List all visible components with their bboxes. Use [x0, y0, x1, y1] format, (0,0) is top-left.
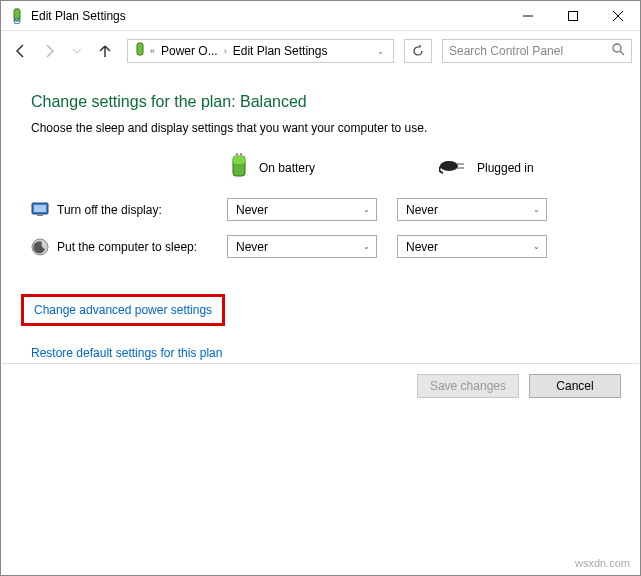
window-controls — [505, 1, 640, 30]
svg-rect-2 — [18, 8, 19, 10]
watermark: wsxdn.com — [575, 557, 630, 569]
chevron-down-icon: ⌄ — [533, 205, 540, 214]
save-button: Save changes — [417, 374, 519, 398]
plug-icon — [439, 157, 467, 178]
page-subheading: Choose the sleep and display settings th… — [31, 121, 610, 135]
page-heading: Change settings for the plan: Balanced — [31, 93, 610, 111]
app-icon — [9, 8, 25, 24]
svg-rect-13 — [236, 153, 238, 156]
chevron-right-icon: › — [224, 46, 227, 56]
restore-defaults-link[interactable]: Restore default settings for this plan — [31, 346, 610, 360]
content-area: Change settings for the plan: Balanced C… — [1, 71, 640, 360]
chevron-down-icon: ⌄ — [363, 242, 370, 251]
search-box[interactable] — [442, 39, 632, 63]
refresh-button[interactable] — [404, 39, 432, 63]
links-section: Change advanced power settings Restore d… — [31, 294, 610, 360]
display-battery-select[interactable]: Never ⌄ — [227, 198, 377, 221]
sleep-battery-select[interactable]: Never ⌄ — [227, 235, 377, 258]
cancel-button[interactable]: Cancel — [529, 374, 621, 398]
sleep-label: Put the computer to sleep: — [57, 240, 227, 254]
recent-dropdown[interactable] — [65, 39, 89, 63]
forward-button[interactable] — [37, 39, 61, 63]
breadcrumb-item[interactable]: Edit Plan Settings — [229, 44, 332, 58]
chevron-icon: « — [150, 46, 155, 56]
maximize-button[interactable] — [550, 1, 595, 30]
breadcrumb-dropdown-icon[interactable]: ⌄ — [371, 47, 389, 56]
svg-rect-12 — [233, 156, 245, 164]
plugged-in-header: Plugged in — [439, 153, 589, 182]
svg-rect-5 — [568, 11, 577, 20]
back-button[interactable] — [9, 39, 33, 63]
sleep-row: Put the computer to sleep: Never ⌄ Never… — [31, 235, 610, 258]
advanced-settings-link[interactable]: Change advanced power settings — [34, 303, 212, 317]
chevron-down-icon: ⌄ — [533, 242, 540, 251]
up-button[interactable] — [93, 39, 117, 63]
navigation-bar: « Power O... › Edit Plan Settings ⌄ — [1, 31, 640, 71]
svg-rect-8 — [137, 43, 143, 55]
svg-rect-19 — [34, 205, 46, 212]
breadcrumb-root-icon — [132, 42, 148, 61]
select-value: Never — [236, 240, 268, 254]
display-plugged-select[interactable]: Never ⌄ — [397, 198, 547, 221]
sleep-icon — [31, 238, 49, 256]
highlight-box: Change advanced power settings — [21, 294, 225, 326]
display-row: Turn off the display: Never ⌄ Never ⌄ — [31, 198, 610, 221]
window-title: Edit Plan Settings — [31, 9, 505, 23]
title-bar: Edit Plan Settings — [1, 1, 640, 31]
search-icon — [612, 43, 625, 59]
breadcrumb-item[interactable]: Power O... — [157, 44, 222, 58]
svg-line-10 — [620, 51, 624, 55]
display-label: Turn off the display: — [57, 203, 227, 217]
svg-point-9 — [613, 44, 621, 52]
svg-rect-20 — [37, 214, 43, 216]
close-button[interactable] — [595, 1, 640, 30]
on-battery-label: On battery — [259, 161, 315, 175]
display-icon — [31, 201, 49, 219]
search-input[interactable] — [449, 44, 608, 58]
select-value: Never — [236, 203, 268, 217]
svg-rect-1 — [16, 8, 17, 10]
footer: Save changes Cancel — [2, 363, 639, 408]
battery-icon — [229, 153, 249, 182]
select-value: Never — [406, 203, 438, 217]
column-headers: On battery Plugged in — [229, 153, 610, 182]
plugged-in-label: Plugged in — [477, 161, 534, 175]
select-value: Never — [406, 240, 438, 254]
sleep-plugged-select[interactable]: Never ⌄ — [397, 235, 547, 258]
minimize-button[interactable] — [505, 1, 550, 30]
on-battery-header: On battery — [229, 153, 379, 182]
svg-rect-14 — [240, 153, 242, 156]
svg-point-15 — [440, 161, 458, 171]
breadcrumb[interactable]: « Power O... › Edit Plan Settings ⌄ — [127, 39, 394, 63]
chevron-down-icon: ⌄ — [363, 205, 370, 214]
